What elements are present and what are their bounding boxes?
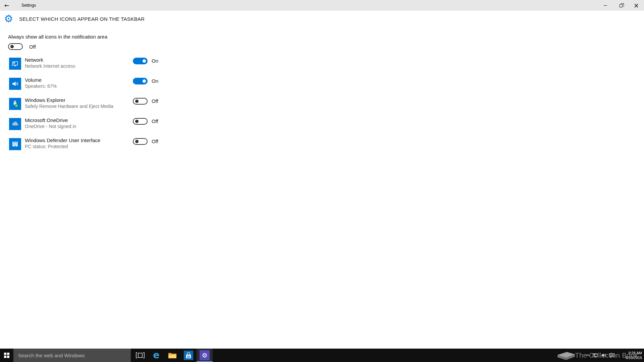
- always-show-icons-toggle-row: Off: [8, 43, 36, 50]
- tray-network-icon[interactable]: [592, 352, 598, 358]
- row-title: Network: [25, 57, 75, 63]
- toggle-knob: [143, 59, 146, 63]
- row-subtitle: Safely Remove Hardware and Eject Media: [25, 103, 113, 110]
- taskbar-app-buttons: e ⚙: [132, 349, 213, 362]
- toggle-state-label: Off: [152, 118, 158, 125]
- toggle-knob: [135, 100, 139, 103]
- task-view-icon: [136, 352, 145, 358]
- restore-icon: [620, 4, 623, 7]
- row-subtitle: OneDrive - Not signed in: [25, 123, 76, 130]
- back-button[interactable]: ←: [0, 0, 13, 11]
- minimize-icon: [604, 5, 607, 6]
- onedrive-cloud-icon: [9, 118, 21, 130]
- row-windows-defender: Windows Defender User Interface PC statu…: [8, 134, 182, 154]
- row-title: Windows Explorer: [25, 97, 113, 103]
- windows-defender-toggle[interactable]: [133, 138, 148, 145]
- row-microsoft-onedrive: Microsoft OneDrive OneDrive - Not signed…: [8, 114, 182, 134]
- toggle-knob: [143, 79, 146, 83]
- minimize-button[interactable]: [598, 0, 613, 11]
- volume-toggle[interactable]: [133, 78, 148, 84]
- windows-explorer-toggle[interactable]: [133, 98, 148, 105]
- safely-remove-hardware-icon: [9, 98, 21, 110]
- taskbar-clock[interactable]: 9:26 AM 6/10/2015: [626, 349, 642, 362]
- toggle-state-label: On: [152, 78, 158, 84]
- restore-button[interactable]: [613, 0, 629, 11]
- taskbar-search-input[interactable]: [13, 349, 131, 362]
- edge-icon: e: [153, 351, 160, 360]
- windows-logo-icon: [4, 353, 9, 358]
- always-show-icons-toggle[interactable]: [8, 43, 23, 50]
- row-subtitle: Speakers: 67%: [25, 83, 57, 89]
- book-icon: [554, 349, 578, 362]
- settings-app-button[interactable]: ⚙: [197, 349, 213, 362]
- settings-app-icon: ⚙: [200, 350, 210, 360]
- toggle-state-label: Off: [152, 138, 158, 145]
- toggle-knob: [10, 45, 14, 48]
- taskbar: e ⚙: [0, 349, 644, 362]
- store-button[interactable]: [180, 349, 197, 362]
- row-network: Network Network Internet access On: [8, 54, 182, 74]
- row-volume: Volume Speakers: 67% On: [8, 74, 182, 94]
- file-explorer-icon: [168, 352, 177, 359]
- toggle-state-label: On: [152, 58, 158, 64]
- toggle-state-label: Off: [152, 98, 158, 105]
- toggle-knob: [135, 140, 139, 143]
- titlebar: ← Settings ×: [0, 0, 644, 11]
- row-title: Windows Defender User Interface: [25, 137, 100, 143]
- close-button[interactable]: ×: [629, 0, 644, 11]
- page-title: SELECT WHICH ICONS APPEAR ON THE TASKBAR: [19, 16, 145, 22]
- windows-defender-icon: [9, 138, 21, 150]
- start-button[interactable]: [0, 349, 13, 362]
- network-icon: [9, 58, 21, 70]
- edge-button[interactable]: e: [148, 349, 164, 362]
- hidden-icons-chevron-icon[interactable]: [585, 353, 590, 358]
- system-tray: [585, 349, 615, 362]
- volume-icon: [9, 78, 21, 90]
- clock-date: 6/10/2015: [626, 355, 642, 360]
- toggle-state-label: Off: [29, 44, 36, 50]
- row-title: Microsoft OneDrive: [25, 117, 76, 123]
- row-subtitle: PC status: Protected: [25, 143, 100, 150]
- page-header: ⚙ SELECT WHICH ICONS APPEAR ON THE TASKB…: [4, 13, 145, 25]
- window-title: Settings: [21, 3, 36, 8]
- window-controls: ×: [598, 0, 644, 11]
- task-view-button[interactable]: [132, 349, 148, 362]
- clock-time: 9:26 AM: [629, 351, 642, 355]
- tray-volume-icon[interactable]: [601, 352, 607, 358]
- settings-gear-icon: ⚙: [4, 14, 13, 24]
- taskbar-icons-list: Network Network Internet access On Volum…: [8, 54, 182, 154]
- row-subtitle: Network Internet access: [25, 63, 75, 69]
- action-center-icon[interactable]: [609, 352, 615, 358]
- row-windows-explorer: Windows Explorer Safely Remove Hardware …: [8, 94, 182, 114]
- store-icon: [184, 351, 193, 360]
- onedrive-toggle[interactable]: [133, 118, 148, 125]
- file-explorer-button[interactable]: [164, 349, 180, 362]
- toggle-knob: [135, 120, 139, 123]
- row-title: Volume: [25, 77, 57, 83]
- always-show-icons-label: Always show all icons in the notificatio…: [8, 34, 107, 40]
- network-toggle[interactable]: [133, 58, 148, 64]
- close-icon: ×: [634, 2, 639, 9]
